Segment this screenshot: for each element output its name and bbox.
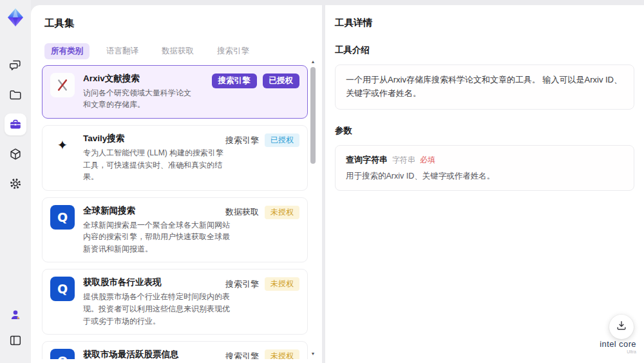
folder-icon [8, 88, 23, 102]
user-icon [8, 308, 23, 322]
param-description: 用于搜索的Arxiv ID、关键字或作者姓名。 [346, 170, 623, 182]
download-icon [615, 319, 628, 335]
user-avatar-button[interactable] [5, 304, 26, 326]
auth-status-badge: 未授权 [265, 349, 299, 359]
page-title: 工具集 [44, 17, 322, 30]
tool-icon: ✦ Q [50, 277, 75, 301]
sidebar-item-toolbox[interactable] [5, 113, 26, 135]
tool-icon: ✦ Q [50, 133, 75, 157]
panel-toggle-icon [8, 333, 23, 348]
download-button[interactable] [609, 315, 634, 339]
tool-card[interactable]: ✦ Q Tavily搜索 专为人工智能代理 (LLM) 构建的搜索引擎 [42, 125, 308, 191]
param-item: 查询字符串 字符串 必填 用于搜索的Arxiv ID、关键字或作者姓名。 [346, 154, 623, 182]
collapse-panel-button[interactable] [5, 329, 26, 351]
tool-icon: ✦ Q [50, 349, 75, 359]
tavily-star-icon: ✦ [50, 133, 75, 157]
auth-status-badge: 未授权 [265, 277, 299, 291]
category-tabs: 所有类别 语言翻译 数据获取 搜索引擎 [44, 43, 322, 59]
tool-badges: 搜索引擎 未授权 [225, 349, 299, 359]
scroll-up-arrow-icon[interactable]: ▲ [310, 59, 316, 64]
intel-core-logo: intel core [600, 339, 636, 349]
tool-card[interactable]: ✦ Q 全球新闻搜索 全球新闻搜索是一个聚合全球各大新闻网站内容的搜索 [42, 197, 308, 263]
category-tab[interactable]: 数据获取 [155, 43, 200, 59]
blue-search-logo-icon: Q [50, 205, 75, 230]
category-tab[interactable]: 语言翻译 [100, 43, 145, 59]
param-required-flag: 必填 [420, 155, 435, 166]
intel-core-sub-label: Ultra [600, 349, 636, 354]
tool-description: 提供股票市场各个行业在特定时间段内的表现。投资者可以利用这些信息来识别表现优于或… [83, 291, 230, 327]
tool-name: 获取市场最活跃股票信息 [83, 349, 230, 359]
intel-core-badge: intel core Ultra [600, 339, 636, 354]
category-tab[interactable]: 所有类别 [44, 43, 90, 59]
blue-search-logo-icon: Q [50, 277, 75, 301]
param-type: 字符串 [392, 155, 415, 166]
details-title: 工具详情 [335, 17, 634, 29]
gear-icon [8, 177, 23, 191]
blue-search-logo-icon: Q [50, 349, 75, 359]
param-name: 查询字符串 [346, 154, 388, 166]
scrollbar-thumb[interactable] [310, 67, 316, 164]
toolbox-icon [8, 117, 23, 132]
tool-description: 专为人工智能代理 (LLM) 构建的搜索引擎工具，可快速提供实时、准确和真实的结… [83, 147, 230, 183]
tool-name: 获取股市各行业表现 [83, 277, 230, 289]
sidebar-item-files[interactable] [5, 84, 26, 106]
tool-icon: ✦ Q [50, 73, 75, 97]
auth-status-badge: 已授权 [265, 133, 299, 147]
tool-badges: 数据获取 未授权 [225, 206, 299, 219]
app-logo-icon [5, 6, 26, 28]
params-box: 查询字符串 字符串 必填 用于搜索的Arxiv ID、关键字或作者姓名。 [335, 145, 634, 191]
param-head: 查询字符串 字符串 必填 [346, 154, 623, 166]
category-badge: 搜索引擎 [225, 351, 259, 359]
sidebar-item-chat[interactable] [5, 54, 26, 76]
auth-status-badge: 已授权 [263, 74, 300, 88]
tool-details-panel: 工具详情 工具介绍 一个用于从Arxiv存储库搜索科学论文和文章的工具。 输入可… [325, 5, 644, 363]
tool-name: 全球新闻搜索 [83, 205, 230, 217]
tool-icon: ✦ Q [50, 205, 75, 230]
category-tab[interactable]: 搜索引擎 [211, 43, 256, 59]
tool-list-panel: 工具集 所有类别 语言翻译 数据获取 搜索引擎 [31, 5, 322, 363]
tool-card-list: ✦ Q Arxiv文献搜索 访问各个研究领域大量科学论文和文章的存储库 [42, 65, 308, 359]
chat-icon [8, 58, 23, 72]
intro-heading: 工具介绍 [335, 44, 634, 56]
tool-name: Arxiv文献搜索 [83, 73, 196, 85]
tool-badges: 搜索引擎 未授权 [225, 277, 299, 291]
main-surface: 工具集 所有类别 语言翻译 数据获取 搜索引擎 [31, 5, 644, 363]
tool-name: Tavily搜索 [83, 133, 230, 145]
left-rail [0, 0, 31, 363]
sidebar-item-settings[interactable] [5, 173, 26, 195]
tool-description: 访问各个研究领域大量科学论文和文章的存储库。 [83, 87, 196, 111]
category-badge: 搜索引擎 [225, 279, 259, 290]
category-badge: 搜索引擎 [225, 135, 259, 146]
tool-card[interactable]: ✦ Q 获取市场最活跃股票信息 提供当天交易量最高的股票列表。投资者可 [42, 341, 308, 359]
tool-badges: 搜索引擎 已授权 [212, 74, 300, 88]
tool-description: 全球新闻搜索是一个聚合全球各大新闻网站内容的搜索引擎，帮助用户快速获取全球最新资… [83, 219, 230, 255]
category-badge: 数据获取 [225, 206, 259, 218]
intro-text: 一个用于从Arxiv存储库搜索科学论文和文章的工具。 输入可以是Arxiv ID… [346, 74, 623, 101]
rail-footer [5, 304, 26, 355]
intro-box: 一个用于从Arxiv存储库搜索科学论文和文章的工具。 输入可以是Arxiv ID… [335, 64, 634, 110]
list-scrollbar[interactable]: ▲ ▼ [310, 59, 316, 357]
auth-status-badge: 未授权 [265, 206, 299, 219]
category-badge: 搜索引擎 [212, 74, 257, 88]
tool-card[interactable]: ✦ Q 获取股市各行业表现 提供股票市场各个行业在特定时间段内的表现。 [42, 269, 308, 335]
tool-badges: 搜索引擎 已授权 [225, 133, 299, 147]
tool-card[interactable]: ✦ Q Arxiv文献搜索 访问各个研究领域大量科学论文和文章的存储库 [42, 65, 308, 119]
scroll-down-arrow-icon[interactable]: ▼ [310, 351, 316, 357]
sidebar-item-models[interactable] [5, 143, 26, 165]
package-icon [8, 147, 23, 161]
arxiv-logo-icon [50, 73, 75, 97]
params-heading: 参数 [335, 125, 634, 137]
